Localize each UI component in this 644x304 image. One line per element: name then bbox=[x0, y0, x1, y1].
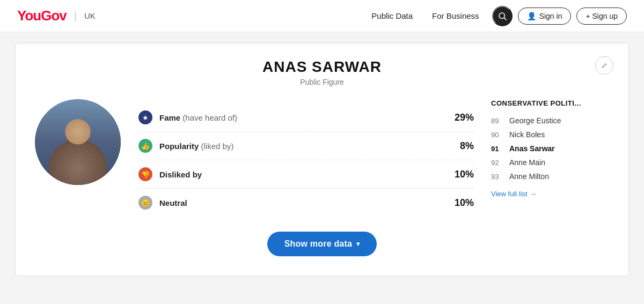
profile-category: Public Figure bbox=[35, 78, 609, 86]
rank-number: 89 bbox=[491, 117, 504, 125]
signup-button[interactable]: + Sign up bbox=[576, 8, 627, 25]
disliked-label-main: Disliked by bbox=[159, 170, 202, 179]
rank-number: 90 bbox=[491, 131, 504, 139]
show-more-label: Show more data bbox=[284, 239, 352, 249]
popularity-icon-wrapper: 👍 bbox=[138, 138, 153, 153]
region-label: UK bbox=[84, 11, 96, 20]
stats-area: ★ Fame (have heard of) 29% 👍 Popularity bbox=[138, 99, 474, 217]
disliked-label: Disliked by bbox=[159, 170, 202, 179]
main-nav: Public Data For Business bbox=[371, 11, 479, 20]
ranking-row-89: 89 George Eustice bbox=[491, 114, 609, 128]
signin-button[interactable]: 👤 Sign in bbox=[518, 8, 572, 25]
disliked-icon-wrapper: 👎 bbox=[138, 167, 153, 182]
avatar bbox=[35, 99, 121, 185]
signin-label: Sign in bbox=[539, 12, 562, 20]
disliked-value: 10% bbox=[452, 169, 474, 180]
profile-name: ANAS SARWAR bbox=[35, 58, 609, 76]
svg-point-0 bbox=[499, 13, 505, 19]
popularity-sublabel: (liked by) bbox=[201, 142, 234, 151]
show-more-area: Show more data ▾ bbox=[35, 232, 609, 256]
avatar-image bbox=[35, 99, 121, 185]
profile-title-area: ANAS SARWAR Public Figure bbox=[35, 58, 609, 86]
stat-row-neutral: 😐 Neutral 10% bbox=[138, 189, 474, 217]
arrow-right-icon: → bbox=[530, 190, 537, 198]
fame-label: Fame (have heard of) bbox=[159, 113, 237, 122]
stat-row-disliked: 👎 Disliked by 10% bbox=[138, 160, 474, 189]
rank-name: Anne Main bbox=[509, 158, 545, 167]
signup-label: + Sign up bbox=[586, 12, 618, 20]
neutral-label-main: Neutral bbox=[159, 198, 187, 207]
neutral-icon: 😐 bbox=[138, 196, 152, 210]
rank-number: 93 bbox=[491, 173, 504, 181]
fame-label-main: Fame bbox=[159, 113, 180, 122]
popularity-label: Popularity (liked by) bbox=[159, 142, 233, 151]
share-icon: ⤢ bbox=[601, 61, 608, 70]
content-row: ★ Fame (have heard of) 29% 👍 Popularity bbox=[35, 99, 609, 217]
nav-public-data[interactable]: Public Data bbox=[371, 11, 413, 20]
rank-name: Nick Boles bbox=[509, 130, 545, 139]
show-more-button[interactable]: Show more data ▾ bbox=[267, 232, 377, 256]
search-icon bbox=[497, 11, 507, 21]
avatar-area bbox=[35, 99, 121, 185]
neutral-icon-wrapper: 😐 bbox=[138, 195, 153, 210]
view-full-list-label: View full list bbox=[491, 190, 528, 198]
rankings-title: CONSERVATIVE POLITI... bbox=[491, 99, 609, 107]
stat-row-popularity: 👍 Popularity (liked by) 8% bbox=[138, 132, 474, 160]
rank-name: Anas Sarwar bbox=[509, 144, 555, 153]
rank-name: George Eustice bbox=[509, 116, 561, 125]
chevron-down-icon: ▾ bbox=[356, 240, 360, 248]
popularity-value: 8% bbox=[452, 140, 474, 152]
fame-value: 29% bbox=[452, 112, 474, 123]
fame-icon-wrapper: ★ bbox=[138, 110, 153, 125]
neutral-value: 10% bbox=[452, 197, 474, 209]
disliked-icon: 👎 bbox=[138, 167, 152, 181]
rank-number: 91 bbox=[491, 145, 504, 153]
stat-row-fame: ★ Fame (have heard of) 29% bbox=[138, 103, 474, 132]
ranking-row-92: 92 Anne Main bbox=[491, 155, 609, 169]
profile-card: ⤢ ANAS SARWAR Public Figure ★ bbox=[15, 43, 629, 276]
page-header: YouGov | UK Public Data For Business 👤 S… bbox=[0, 0, 644, 32]
popularity-label-main: Popularity bbox=[159, 142, 199, 151]
logo-area: YouGov | UK bbox=[17, 8, 96, 24]
main-wrapper: ⤢ ANAS SARWAR Public Figure ★ bbox=[0, 32, 644, 287]
fame-sublabel: (have heard of) bbox=[182, 113, 237, 122]
user-icon: 👤 bbox=[527, 12, 536, 20]
search-button[interactable] bbox=[492, 6, 513, 26]
ranking-row-91: 91 Anas Sarwar bbox=[491, 142, 609, 155]
header-actions: 👤 Sign in + Sign up bbox=[492, 6, 627, 26]
view-full-list-link[interactable]: View full list → bbox=[491, 190, 609, 198]
popularity-icon: 👍 bbox=[138, 139, 152, 153]
svg-line-1 bbox=[504, 18, 506, 20]
logo-divider: | bbox=[74, 10, 77, 22]
share-button[interactable]: ⤢ bbox=[595, 56, 613, 75]
ranking-row-90: 90 Nick Boles bbox=[491, 128, 609, 142]
rankings-area: CONSERVATIVE POLITI... 89 George Eustice… bbox=[491, 99, 609, 198]
neutral-label: Neutral bbox=[159, 198, 187, 207]
ranking-row-93: 93 Anne Milton bbox=[491, 169, 609, 183]
rank-number: 92 bbox=[491, 159, 504, 167]
rank-name: Anne Milton bbox=[509, 172, 549, 181]
yougov-logo: YouGov bbox=[17, 8, 67, 24]
fame-icon: ★ bbox=[138, 110, 152, 124]
nav-for-business[interactable]: For Business bbox=[432, 11, 479, 20]
